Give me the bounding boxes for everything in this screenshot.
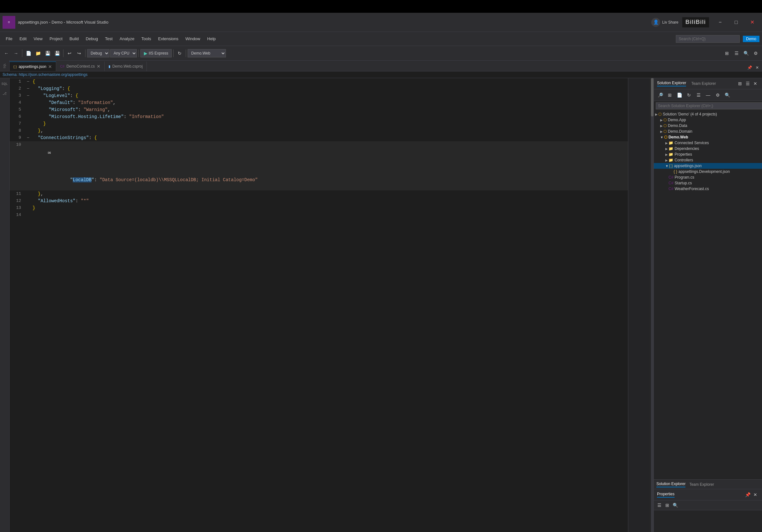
user-icon[interactable]: 👤 bbox=[651, 18, 660, 27]
maximize-btn[interactable]: □ bbox=[729, 17, 743, 28]
sol-toolbar-settings[interactable]: ⚙ bbox=[713, 91, 722, 100]
tree-solution[interactable]: ▶ ⬡ Solution 'Demo' (4 of 4 projects) bbox=[654, 111, 762, 117]
tree-appsettings[interactable]: ▼ { } appsettings.json bbox=[654, 163, 762, 169]
tab-close-all[interactable]: ✕ bbox=[754, 64, 761, 71]
tab-csproj[interactable]: ▮ Demo.Web.csproj bbox=[105, 62, 147, 71]
props-tool-2[interactable]: ⊞ bbox=[664, 502, 671, 509]
tab-appsettings-label: appsettings.json bbox=[19, 64, 46, 69]
solution-explorer-toolbar: 🔎 ⊞ 📄 ↻ ☰ — ⚙ 🔍 bbox=[654, 89, 762, 101]
tree-controllers[interactable]: ▶ 📁 Controllers bbox=[654, 157, 762, 163]
mini-map[interactable] bbox=[628, 78, 653, 532]
menu-bar: File Edit View Project Build Debug Test … bbox=[0, 32, 762, 46]
tab-democontext[interactable]: C# DemoContext.cs ✕ bbox=[56, 62, 105, 71]
menu-file[interactable]: File bbox=[3, 34, 16, 43]
tree-demo-app[interactable]: ▶ ⬡ Demo.App bbox=[654, 117, 762, 123]
main-layout: SQL ⎇ 1 − { 2 − "Logging": { 3 − "LogLev… bbox=[0, 78, 762, 532]
props-tool-1[interactable]: ☰ bbox=[656, 502, 663, 509]
demo-badge: Demo bbox=[743, 36, 759, 42]
tab-cs-icon: C# bbox=[60, 64, 64, 68]
toolbar-refresh[interactable]: ↻ bbox=[175, 49, 184, 58]
properties-title[interactable]: Properties bbox=[657, 492, 675, 498]
solution-explorer-tab[interactable]: Solution Explorer bbox=[657, 81, 686, 87]
toolbar-redo[interactable]: ↪ bbox=[75, 49, 84, 58]
props-pin[interactable]: 📌 bbox=[744, 491, 751, 498]
team-explorer-tab[interactable]: Team Explorer bbox=[691, 81, 716, 86]
menu-project[interactable]: Project bbox=[46, 34, 65, 43]
toolbar-fwd[interactable]: → bbox=[12, 49, 21, 58]
tree-weatherforecast-cs[interactable]: ▶ C# WeatherForecast.cs bbox=[654, 186, 762, 192]
left-tab-sidebar: SQL bbox=[0, 60, 10, 71]
sol-toolbar-3[interactable]: 📄 bbox=[675, 91, 684, 100]
vs-logo-text: ▫ bbox=[7, 19, 11, 26]
toolbar-save[interactable]: 💾 bbox=[43, 49, 52, 58]
menu-window[interactable]: Window bbox=[182, 34, 203, 43]
sol-exp-btn-1[interactable]: ⊞ bbox=[736, 80, 743, 87]
minimize-btn[interactable]: − bbox=[713, 17, 727, 28]
solution-explorer: Solution Explorer Team Explorer ⊞ ☰ ✕ 🔎 … bbox=[654, 78, 762, 479]
menu-analyze[interactable]: Analyze bbox=[116, 34, 137, 43]
sol-exp-bottom-tab[interactable]: Solution Explorer bbox=[656, 482, 685, 487]
tree-startup-cs[interactable]: ▶ C# Startup.cs bbox=[654, 180, 762, 186]
tab-csproj-label: Demo.Web.csproj bbox=[112, 64, 143, 69]
props-close[interactable]: ✕ bbox=[752, 491, 759, 498]
tree-dependencies[interactable]: ▶ 📁 Dependencies bbox=[654, 146, 762, 152]
close-btn[interactable]: ✕ bbox=[745, 17, 759, 28]
menu-build[interactable]: Build bbox=[66, 34, 82, 43]
toolbar-extra-2[interactable]: ☰ bbox=[732, 49, 741, 58]
tree-properties[interactable]: ▶ 📁 Properties bbox=[654, 152, 762, 157]
tree-demo-domain[interactable]: ▶ ⬡ Demo.Domain bbox=[654, 129, 762, 134]
tree-appsettings-dev[interactable]: ▶ { } appsettings.Development.json bbox=[654, 169, 762, 174]
tab-appsettings[interactable]: { } appsettings.json ✕ bbox=[10, 62, 56, 71]
code-line-10: 10 − ✉ "LocalDB": "Data Source=(localdb)… bbox=[10, 141, 628, 190]
sol-toolbar-collapse[interactable]: — bbox=[704, 91, 713, 100]
brand-name: BiliBili bbox=[685, 19, 706, 26]
team-exp-bottom-tab[interactable]: Team Explorer bbox=[689, 482, 714, 487]
menu-edit[interactable]: Edit bbox=[16, 34, 30, 43]
sol-toolbar-4[interactable]: ↻ bbox=[684, 91, 693, 100]
code-line-5: 5 − "Microsoft": "Warning", bbox=[10, 106, 628, 113]
iis-label: IIS Express bbox=[149, 51, 168, 55]
iis-run-btn[interactable]: ▶ IIS Express bbox=[140, 49, 172, 57]
toolbar-open[interactable]: 📁 bbox=[34, 49, 42, 58]
profile-dropdown[interactable]: Demo.Web bbox=[188, 49, 226, 57]
code-line-7: 7 − } bbox=[10, 120, 628, 127]
sol-toolbar-5[interactable]: ☰ bbox=[694, 91, 703, 100]
toolbar-new[interactable]: 📄 bbox=[24, 49, 33, 58]
side-git-icon[interactable]: ⎇ bbox=[0, 89, 9, 98]
tree-program-cs[interactable]: ▶ C# Program.cs bbox=[654, 174, 762, 180]
menu-view[interactable]: View bbox=[30, 34, 45, 43]
menu-extensions[interactable]: Extensions bbox=[155, 34, 182, 43]
debug-config-dropdown[interactable]: Debug bbox=[87, 49, 110, 57]
toolbar-back[interactable]: ← bbox=[2, 49, 11, 58]
toolbar-extra-4[interactable]: ⚙ bbox=[751, 49, 760, 58]
sol-exp-btn-2[interactable]: ☰ bbox=[744, 80, 751, 87]
toolbar-extra-3[interactable]: 🔍 bbox=[741, 49, 750, 58]
sql-label: SQL bbox=[3, 63, 6, 68]
tree-demo-web[interactable]: ▼ ⬡ Demo.Web bbox=[654, 134, 762, 140]
menu-tools[interactable]: Tools bbox=[138, 34, 154, 43]
tree-connected-services[interactable]: ▶ 📁 Connected Services bbox=[654, 140, 762, 146]
menu-help[interactable]: Help bbox=[204, 34, 219, 43]
toolbar-sep-2 bbox=[63, 49, 63, 57]
tab-pin[interactable]: 📌 bbox=[746, 64, 753, 71]
menu-debug[interactable]: Debug bbox=[83, 34, 101, 43]
live-share-btn[interactable]: Liv Share bbox=[662, 20, 678, 25]
tree-demo-data[interactable]: ▶ ⬡ Demo.Data bbox=[654, 123, 762, 129]
toolbar-undo[interactable]: ↩ bbox=[65, 49, 74, 58]
toolbar-save-all[interactable]: 💾 bbox=[53, 49, 62, 58]
menu-test[interactable]: Test bbox=[102, 34, 116, 43]
editor-main[interactable]: 1 − { 2 − "Logging": { 3 − "LogLevel": {… bbox=[10, 78, 628, 532]
tab-appsettings-close[interactable]: ✕ bbox=[48, 64, 52, 69]
sol-toolbar-search[interactable]: 🔍 bbox=[723, 91, 732, 100]
sol-exp-close[interactable]: ✕ bbox=[752, 80, 759, 87]
menu-search[interactable] bbox=[676, 35, 740, 43]
sol-toolbar-2[interactable]: ⊞ bbox=[665, 91, 674, 100]
code-line-2: 2 − "Logging": { bbox=[10, 85, 628, 92]
toolbar-extra-1[interactable]: ⊞ bbox=[723, 49, 731, 58]
tab-democontext-close[interactable]: ✕ bbox=[97, 64, 101, 69]
solution-search[interactable] bbox=[656, 102, 762, 109]
platform-dropdown[interactable]: Any CPU bbox=[110, 49, 137, 57]
sol-toolbar-1[interactable]: 🔎 bbox=[656, 91, 665, 100]
side-server-icon[interactable]: SQL bbox=[0, 79, 9, 88]
props-tool-3[interactable]: 🔍 bbox=[672, 502, 679, 509]
